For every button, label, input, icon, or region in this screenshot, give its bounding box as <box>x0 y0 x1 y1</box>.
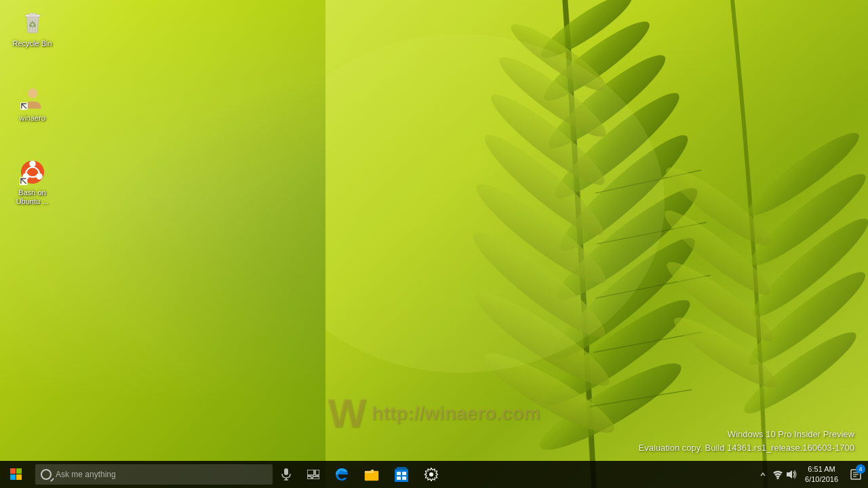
tray-icons-area <box>770 469 800 480</box>
svg-rect-45 <box>284 468 288 475</box>
eval-line1: Windows 10 Pro Insider Preview <box>639 428 855 441</box>
svg-rect-53 <box>365 471 374 473</box>
volume-icon <box>786 470 797 479</box>
notification-badge: 4 <box>856 464 865 474</box>
bash-ubuntu-image <box>19 159 46 186</box>
network-icon <box>772 470 783 479</box>
windows-store-icon <box>395 467 408 482</box>
edge-taskbar-app[interactable] <box>327 461 357 488</box>
svg-rect-57 <box>397 476 401 480</box>
file-explorer-icon <box>364 468 379 481</box>
bash-ubuntu-label: Bash on Ubuntu ... <box>9 188 55 206</box>
svg-rect-29 <box>28 14 36 16</box>
watermark-url: http://winaero.com <box>372 403 540 424</box>
settings-taskbar-app[interactable] <box>416 461 446 488</box>
clock-area[interactable]: 6:51 AM 6/10/2016 <box>800 461 844 488</box>
clock-date: 6/10/2016 <box>805 474 838 485</box>
mic-icon <box>281 468 291 481</box>
svg-rect-42 <box>16 468 22 474</box>
svg-point-37 <box>29 161 36 167</box>
svg-rect-48 <box>307 470 314 475</box>
windows-logo-icon <box>10 468 22 481</box>
watermark-letter: W <box>328 393 366 434</box>
svg-rect-41 <box>10 468 16 474</box>
winaero-label: winaero <box>19 114 45 123</box>
recycle-bin-label: Recycle Bin <box>12 39 52 48</box>
svg-point-34 <box>27 89 37 98</box>
notification-center-button[interactable]: 4 <box>844 461 868 488</box>
svg-rect-43 <box>10 474 16 480</box>
svg-rect-49 <box>315 470 319 475</box>
eval-line2: Evaluation copy. Build 14361.rs1_release… <box>639 441 855 455</box>
network-tray-icon[interactable] <box>772 469 783 480</box>
svg-rect-50 <box>307 476 311 479</box>
search-placeholder-text: Ask me anything <box>56 470 116 479</box>
search-icon <box>41 469 52 480</box>
svg-rect-55 <box>397 472 401 475</box>
edge-icon <box>334 467 349 482</box>
volume-tray-icon[interactable] <box>786 469 797 480</box>
clock-time: 6:51 AM <box>808 464 835 474</box>
task-view-button[interactable] <box>300 461 327 488</box>
start-button[interactable] <box>0 461 33 488</box>
svg-rect-44 <box>16 474 22 480</box>
desktop: Recycle Bin winaero <box>0 0 868 488</box>
svg-rect-54 <box>395 470 408 482</box>
chevron-up-icon <box>760 471 766 478</box>
winaero-shortcut-icon[interactable]: winaero <box>7 81 58 125</box>
recycle-bin-image <box>19 9 46 37</box>
search-bar[interactable]: Ask me anything <box>35 464 273 485</box>
svg-rect-58 <box>402 476 406 480</box>
eval-text: Windows 10 Pro Insider Preview Evaluatio… <box>639 428 855 454</box>
recycle-bin-icon[interactable]: Recycle Bin <box>7 7 58 51</box>
system-tray: 6:51 AM 6/10/2016 4 <box>756 461 868 488</box>
settings-icon <box>425 468 438 481</box>
taskbar: Ask me anything <box>0 461 868 488</box>
tray-expand-button[interactable] <box>756 461 770 488</box>
file-explorer-taskbar-app[interactable] <box>357 461 387 488</box>
windows-store-taskbar-app[interactable] <box>387 461 416 488</box>
task-view-icon <box>307 470 319 479</box>
svg-rect-56 <box>402 472 406 475</box>
svg-rect-51 <box>313 476 319 479</box>
svg-marker-60 <box>787 470 792 479</box>
bash-ubuntu-icon[interactable]: Bash on Ubuntu ... <box>7 156 58 209</box>
cortana-mic-button[interactable] <box>274 462 298 487</box>
watermark: W http://winaero.com <box>328 393 540 434</box>
winaero-image <box>19 84 46 111</box>
